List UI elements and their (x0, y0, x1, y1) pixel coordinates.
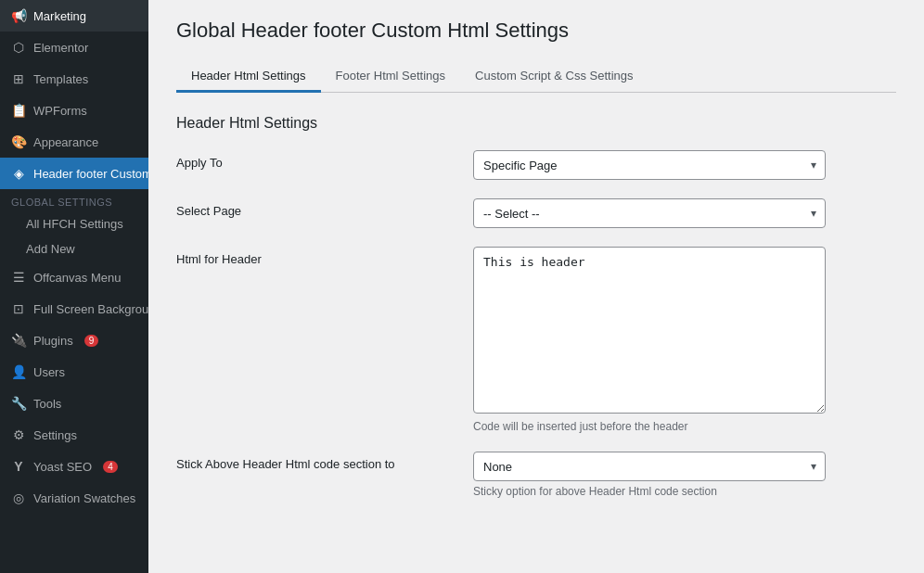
select-page-select[interactable]: -- Select -- Home About Contact (473, 198, 826, 228)
tab-footer-html[interactable]: Footer Html Settings (321, 61, 461, 93)
tools-icon: 🔧 (11, 396, 26, 411)
sidebar: 📢 Marketing ⬡ Elementor ⊞ Templates 📋 WP… (0, 0, 148, 573)
select-page-control: -- Select -- Home About Contact (473, 198, 826, 228)
apply-to-control: All Pages Specific Page Homepage Blog Pa… (473, 150, 826, 180)
sidebar-item-users[interactable]: 👤 Users (0, 356, 148, 388)
sidebar-sub-add-new[interactable]: Add New (0, 236, 148, 261)
sidebar-item-label: Tools (33, 397, 61, 411)
sidebar-item-label: Header footer Custom Html (33, 167, 148, 181)
stick-above-label: Stick Above Header Html code section to (176, 452, 455, 471)
section-title: Header Html Settings (176, 115, 896, 132)
tabs-bar: Header Html Settings Footer Html Setting… (176, 61, 896, 93)
sidebar-item-wpforms[interactable]: 📋 WPForms (0, 95, 148, 126)
apply-to-select-wrapper: All Pages Specific Page Homepage Blog Pa… (473, 150, 826, 180)
html-header-textarea[interactable]: This is header (473, 247, 826, 414)
stick-above-row: Stick Above Header Html code section to … (176, 452, 896, 498)
users-icon: 👤 (11, 364, 26, 379)
yoast-icon: Y (11, 459, 26, 474)
elementor-icon: ⬡ (11, 40, 26, 55)
sidebar-item-templates[interactable]: ⊞ Templates (0, 63, 148, 95)
stick-above-select[interactable]: None Top of Page Header (473, 452, 826, 481)
sidebar-item-settings[interactable]: ⚙ Settings (0, 419, 148, 451)
appearance-icon: 🎨 (11, 134, 26, 149)
sidebar-item-offcanvas[interactable]: ☰ Offcanvas Menu (0, 261, 148, 293)
sidebar-item-label: Full Screen Background (33, 302, 148, 316)
sidebar-item-header-footer[interactable]: ◈ Header footer Custom Html (0, 158, 148, 189)
header-footer-icon: ◈ (11, 166, 26, 181)
html-header-row: Html for Header This is header Code will… (176, 247, 896, 433)
sidebar-item-label: Users (33, 365, 65, 379)
sidebar-item-label: Plugins (33, 334, 73, 348)
tab-custom-script[interactable]: Custom Script & Css Settings (460, 61, 648, 93)
sidebar-item-plugins[interactable]: 🔌 Plugins 9 (0, 325, 148, 356)
sidebar-item-label: Marketing (33, 9, 86, 23)
global-settings-label: Global Settings (0, 189, 148, 211)
apply-to-select[interactable]: All Pages Specific Page Homepage Blog Pa… (473, 150, 826, 180)
sidebar-item-marketing[interactable]: 📢 Marketing (0, 0, 148, 32)
sidebar-item-variation-swatches[interactable]: ◎ Variation Swatches (0, 482, 148, 514)
offcanvas-icon: ☰ (11, 270, 26, 285)
sidebar-item-yoast[interactable]: Y Yoast SEO 4 (0, 451, 148, 482)
apply-to-row: Apply To All Pages Specific Page Homepag… (176, 150, 896, 180)
stick-above-helper: Sticky option for above Header Html code… (473, 485, 826, 498)
variation-icon: ◎ (11, 490, 26, 505)
stick-above-control: None Top of Page Header Sticky option fo… (473, 452, 826, 498)
sidebar-item-fullscreen[interactable]: ⊡ Full Screen Background (0, 293, 148, 325)
sidebar-item-label: Elementor (33, 41, 88, 55)
templates-icon: ⊞ (11, 71, 26, 86)
sidebar-item-label: Variation Swatches (33, 491, 135, 505)
sidebar-item-label: Offcanvas Menu (33, 271, 121, 285)
select-page-label: Select Page (176, 198, 455, 218)
stick-above-select-wrapper: None Top of Page Header (473, 452, 826, 481)
sidebar-item-label: Templates (33, 72, 88, 86)
sidebar-item-label: Settings (33, 428, 77, 442)
html-header-control: This is header Code will be inserted jus… (473, 247, 826, 433)
select-page-select-wrapper: -- Select -- Home About Contact (473, 198, 826, 228)
page-title: Global Header footer Custom Html Setting… (176, 19, 896, 43)
sidebar-item-appearance[interactable]: 🎨 Appearance (0, 126, 148, 158)
sidebar-item-elementor[interactable]: ⬡ Elementor (0, 32, 148, 63)
html-header-label: Html for Header (176, 247, 455, 266)
select-page-row: Select Page -- Select -- Home About Cont… (176, 198, 896, 228)
plugins-icon: 🔌 (11, 333, 26, 348)
marketing-icon: 📢 (11, 8, 26, 23)
sidebar-sub-all-hfch[interactable]: All HFCH Settings (0, 211, 148, 236)
html-header-helper: Code will be inserted just before the he… (473, 420, 826, 433)
main-content: Global Header footer Custom Html Setting… (148, 0, 924, 573)
sidebar-item-label: Yoast SEO (33, 460, 92, 474)
sidebar-item-label: Appearance (33, 135, 98, 149)
sidebar-item-label: WPForms (33, 104, 87, 118)
plugins-badge: 9 (84, 335, 99, 347)
yoast-badge: 4 (103, 461, 118, 473)
sidebar-item-tools[interactable]: 🔧 Tools (0, 388, 148, 419)
apply-to-label: Apply To (176, 150, 455, 170)
fullscreen-icon: ⊡ (11, 301, 26, 316)
tab-header-html[interactable]: Header Html Settings (176, 61, 321, 93)
settings-icon: ⚙ (11, 427, 26, 442)
wpforms-icon: 📋 (11, 103, 26, 118)
